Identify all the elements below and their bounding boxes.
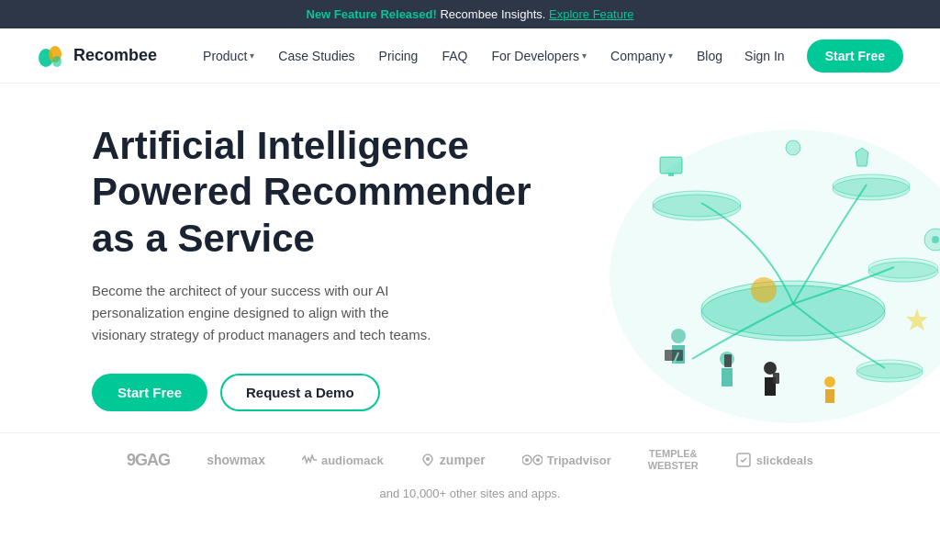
nav-item-blog[interactable]: Blog — [688, 43, 732, 69]
hero-content: Artificial Intelligence Powered Recommen… — [92, 123, 532, 411]
brand-9gag: 9GAG — [127, 451, 170, 470]
svg-point-21 — [671, 329, 686, 343]
svg-point-26 — [764, 362, 777, 375]
nav-item-faq[interactable]: FAQ — [432, 43, 476, 69]
logo[interactable]: Recombee — [37, 41, 157, 71]
svg-point-11 — [868, 258, 938, 278]
svg-point-13 — [856, 360, 923, 378]
nav-item-company[interactable]: Company ▾ — [601, 43, 682, 69]
logo-text: Recombee — [73, 46, 157, 65]
signin-button[interactable]: Sign In — [733, 41, 796, 71]
brands-note: and 10,000+ other sites and apps. — [37, 481, 903, 500]
hero-section: Artificial Intelligence Powered Recommen… — [0, 84, 940, 432]
chevron-down-icon: ▾ — [668, 50, 673, 61]
audiomack-icon — [302, 454, 317, 465]
brand-showmax: showmax — [207, 453, 265, 467]
svg-point-33 — [536, 458, 540, 462]
nav-actions: Sign In Start Free — [733, 39, 903, 73]
slickdeals-icon — [735, 452, 752, 468]
brand-audiomack: audiomack — [302, 454, 384, 467]
banner-link[interactable]: Explore Feature — [549, 7, 634, 21]
hero-buttons: Start Free Request a Demo — [92, 374, 532, 411]
nav-item-pricing[interactable]: Pricing — [370, 43, 428, 69]
svg-point-17 — [932, 236, 939, 243]
top-banner: New Feature Released! Recombee Insights.… — [0, 0, 940, 28]
navbar: Recombee Product ▾ Case Studies Pricing … — [0, 28, 940, 84]
zumper-icon — [420, 453, 435, 467]
illustration-svg — [518, 93, 940, 432]
svg-point-29 — [426, 457, 430, 461]
brand-slickdeals: slickdeals — [735, 452, 813, 468]
svg-rect-15 — [668, 174, 674, 176]
nav-item-case-studies[interactable]: Case Studies — [269, 43, 364, 69]
svg-point-28 — [824, 376, 835, 387]
chevron-down-icon: ▾ — [250, 50, 254, 61]
chevron-down-icon: ▾ — [582, 50, 587, 61]
nav-item-product[interactable]: Product ▾ — [194, 43, 263, 69]
hero-illustration — [518, 93, 940, 432]
start-free-button[interactable]: Start Free — [807, 39, 903, 73]
svg-rect-22 — [665, 350, 683, 361]
nav-links: Product ▾ Case Studies Pricing FAQ For D… — [194, 43, 733, 69]
brand-zumper: zumper — [420, 453, 486, 467]
svg-point-19 — [751, 277, 777, 303]
brands-logos: 9GAG showmax audiomack zumper — [37, 448, 903, 472]
brands-section: 9GAG showmax audiomack zumper — [0, 432, 940, 510]
svg-point-7 — [653, 191, 741, 217]
banner-highlight: New Feature Released! — [307, 7, 437, 21]
svg-point-18 — [786, 140, 800, 155]
banner-text: Recombee Insights. — [440, 7, 549, 21]
svg-point-32 — [525, 458, 529, 462]
svg-point-2 — [52, 56, 62, 67]
svg-rect-27 — [773, 373, 779, 384]
brand-temple-webster: TEMPLE&WEBSTER — [648, 448, 699, 472]
nav-item-for-developers[interactable]: For Developers ▾ — [482, 43, 596, 69]
svg-point-9 — [833, 174, 910, 196]
logo-icon — [37, 41, 66, 71]
svg-point-5 — [701, 281, 885, 336]
hero-title: Artificial Intelligence Powered Recommen… — [92, 123, 532, 262]
hero-demo-button[interactable]: Request a Demo — [220, 374, 380, 411]
brand-tripadvisor: Tripadvisor — [522, 454, 611, 467]
svg-rect-25 — [724, 354, 732, 367]
hero-start-free-button[interactable]: Start Free — [92, 374, 207, 411]
tripadvisor-icon — [522, 454, 543, 466]
hero-description: Become the architect of your success wit… — [92, 280, 441, 346]
svg-rect-14 — [660, 157, 682, 174]
